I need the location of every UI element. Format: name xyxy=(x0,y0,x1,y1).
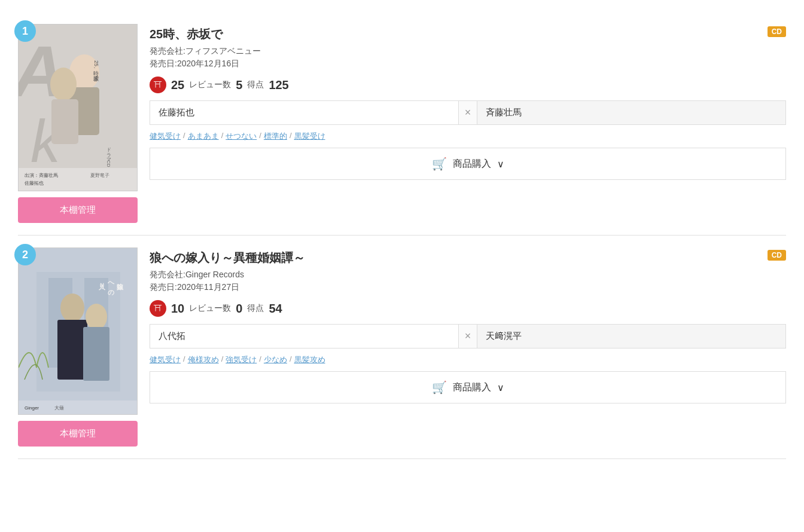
rating-icon-1: ⛩ xyxy=(150,77,166,93)
svg-text:Ginger: Ginger xyxy=(25,405,39,411)
rating-row-2: ⛩ 10 レビュー数 0 得点 54 xyxy=(150,300,786,317)
svg-text:への: への xyxy=(108,278,115,295)
rating-row-1: ⛩ 25 レビュー数 5 得点 125 xyxy=(150,77,786,93)
tag-1-1[interactable]: 健気受け xyxy=(150,131,181,142)
cd-badge-2: CD xyxy=(768,250,786,261)
tag-1-3[interactable]: せつない xyxy=(226,131,257,142)
cart-icon-2: 🛒 xyxy=(432,380,447,395)
purchase-row-1[interactable]: 🛒 商品購入 ∨ xyxy=(150,148,786,180)
rank-cover-1: 1 A k 25時、赤坂で xyxy=(18,24,138,223)
svg-rect-20 xyxy=(83,327,109,381)
cast-row-1: 佐藤拓也 × 斉藤壮馬 xyxy=(150,100,786,125)
tag-2-4[interactable]: 少なめ xyxy=(264,354,287,365)
rank-badge-2: 2 xyxy=(14,244,36,265)
rank-cover-2: 2 xyxy=(18,247,138,447)
svg-rect-9 xyxy=(19,168,138,191)
tag-2-3[interactable]: 強気受け xyxy=(226,354,257,365)
svg-text:出演：斉藤壮馬: 出演：斉藤壮馬 xyxy=(25,173,58,178)
cover-image-1: A k 25時、赤坂で ドラマCD 出演：斉藤壮馬 佐藤拓也 xyxy=(18,24,138,191)
svg-rect-6 xyxy=(51,99,78,144)
cast-divider-2: × xyxy=(458,325,478,348)
cast-row-2: 八代拓 × 天﨑滉平 xyxy=(150,324,786,348)
svg-text:佐藤拓也: 佐藤拓也 xyxy=(25,181,44,186)
product-list: 1 A k 25時、赤坂で xyxy=(0,0,804,471)
purchase-label-1: 商品購入 xyxy=(453,158,491,170)
svg-point-19 xyxy=(86,304,107,330)
cast-left-1: 佐藤拓也 xyxy=(150,101,458,124)
tag-1-4[interactable]: 標準的 xyxy=(264,131,287,142)
review-label-2: レビュー数 xyxy=(189,303,231,314)
score-2: 54 xyxy=(269,302,282,316)
score-label-1: 得点 xyxy=(247,80,264,90)
cast-right-1: 斉藤壮馬 xyxy=(477,101,785,124)
product-item-2: 2 xyxy=(18,236,786,459)
rating-num-2: 10 xyxy=(171,302,184,316)
cast-right-2: 天﨑滉平 xyxy=(477,325,785,348)
purchase-row-2[interactable]: 🛒 商品購入 ∨ xyxy=(150,371,786,403)
product-info-1: 25時、赤坂で CD 発売会社:フィフスアベニュー 発売日:2020年12月16… xyxy=(150,24,786,180)
bookshelf-button-1[interactable]: 本棚管理 xyxy=(18,197,138,223)
svg-text:大薙: 大薙 xyxy=(54,405,64,411)
review-count-2: 0 xyxy=(236,302,242,316)
tag-1-2[interactable]: あまあま xyxy=(188,131,219,142)
cast-divider-1: × xyxy=(458,101,478,124)
score-label-2: 得点 xyxy=(247,303,264,314)
tag-2-1[interactable]: 健気受け xyxy=(150,354,181,365)
chevron-down-icon-2: ∨ xyxy=(497,382,504,393)
score-1: 125 xyxy=(269,78,288,92)
svg-rect-18 xyxy=(57,320,87,380)
rating-icon-2: ⛩ xyxy=(150,300,166,317)
purchase-label-2: 商品購入 xyxy=(453,381,491,394)
publisher-2: 発売会社:Ginger Records xyxy=(150,270,786,280)
product-title-1: 25時、赤坂で xyxy=(150,27,223,41)
product-item-1: 1 A k 25時、赤坂で xyxy=(18,12,786,236)
bookshelf-button-2[interactable]: 本棚管理 xyxy=(18,421,138,447)
product-info-2: 狼への嫁入り～異種婚姻譚～ CD 発売会社:Ginger Records 発売日… xyxy=(150,247,786,403)
svg-point-17 xyxy=(60,293,84,322)
tag-1-5[interactable]: 黒髪受け xyxy=(294,131,325,142)
svg-text:ドラマCD: ドラマCD xyxy=(106,144,111,167)
cover-image-2: 嫁狼 への 入り Ginger 大薙 xyxy=(18,247,138,415)
rank-badge-1: 1 xyxy=(14,20,36,42)
product-header-1: 25時、赤坂で CD xyxy=(150,26,786,42)
cart-icon-1: 🛒 xyxy=(432,157,447,171)
tag-2-5[interactable]: 黒髪攻め xyxy=(294,354,325,365)
release-date-2: 発売日:2020年11月27日 xyxy=(150,282,786,293)
publisher-1: 発売会社:フィフスアベニュー xyxy=(150,46,786,57)
release-date-1: 発売日:2020年12月16日 xyxy=(150,59,786,69)
svg-text:夏野竜子: 夏野竜子 xyxy=(90,173,109,178)
tag-2-2[interactable]: 俺様攻め xyxy=(188,354,219,365)
tags-row-1: 健気受け / あまあま / せつない / 標準的 / 黒髪受け xyxy=(150,131,786,142)
product-title-2: 狼への嫁入り～異種婚姻譚～ xyxy=(150,251,305,264)
tags-row-2: 健気受け / 俺様攻め / 強気受け / 少なめ / 黒髪攻め xyxy=(150,354,786,365)
svg-point-5 xyxy=(50,68,77,101)
cd-badge-1: CD xyxy=(768,26,786,37)
chevron-down-icon-1: ∨ xyxy=(497,158,504,170)
cast-left-2: 八代拓 xyxy=(150,325,458,348)
review-count-1: 5 xyxy=(236,78,242,92)
product-header-2: 狼への嫁入り～異種婚姻譚～ CD xyxy=(150,250,786,266)
review-label-1: レビュー数 xyxy=(189,80,231,90)
rating-num-1: 25 xyxy=(171,78,184,92)
